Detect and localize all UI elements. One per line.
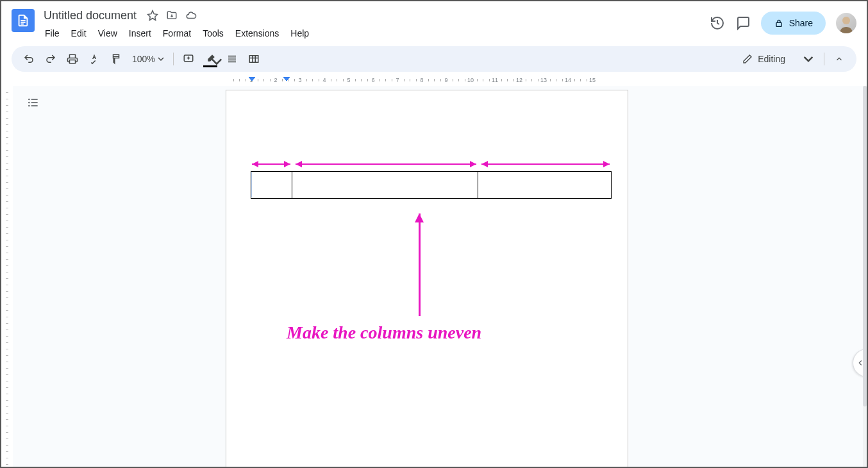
svg-rect-3 bbox=[249, 56, 258, 63]
header: Untitled document File Edit View Insert … bbox=[1, 1, 867, 41]
annotation-arrow-2 bbox=[296, 163, 476, 165]
history-icon[interactable] bbox=[710, 15, 725, 31]
document-title[interactable]: Untitled document bbox=[40, 8, 140, 24]
annotation-arrow-vertical bbox=[419, 213, 421, 316]
menu-extensions[interactable]: Extensions bbox=[230, 26, 284, 41]
svg-rect-7 bbox=[31, 102, 38, 103]
zoom-value: 100% bbox=[132, 54, 155, 64]
editing-mode-dropdown[interactable]: Editing bbox=[737, 54, 819, 64]
menu-view[interactable]: View bbox=[93, 26, 122, 41]
svg-rect-5 bbox=[31, 99, 38, 100]
title-area: Untitled document File Edit View Insert … bbox=[40, 6, 705, 41]
header-right: Share bbox=[710, 6, 856, 35]
document-table[interactable] bbox=[251, 171, 612, 199]
share-label: Share bbox=[789, 18, 813, 28]
table-row[interactable] bbox=[251, 172, 612, 199]
svg-rect-0 bbox=[776, 22, 781, 26]
workspace: Make the columns uneven bbox=[1, 86, 867, 467]
document-page[interactable]: Make the columns uneven bbox=[226, 90, 628, 467]
vertical-scrollbar[interactable] bbox=[863, 86, 867, 467]
svg-point-8 bbox=[28, 105, 30, 107]
highlight-color-button[interactable] bbox=[201, 49, 220, 69]
menubar: File Edit View Insert Format Tools Exten… bbox=[40, 26, 705, 41]
menu-help[interactable]: Help bbox=[285, 26, 314, 41]
print-button[interactable] bbox=[63, 49, 82, 69]
pencil-icon bbox=[742, 54, 753, 64]
toolbar-separator bbox=[824, 53, 824, 65]
annotation-text: Make the columns uneven bbox=[287, 322, 481, 343]
star-icon[interactable] bbox=[147, 10, 158, 21]
outline-toggle-button[interactable] bbox=[24, 94, 42, 112]
scrollbar-thumb[interactable] bbox=[863, 86, 867, 406]
spellcheck-button[interactable] bbox=[85, 49, 104, 69]
menu-edit[interactable]: Edit bbox=[66, 26, 92, 41]
menu-tools[interactable]: Tools bbox=[197, 26, 229, 41]
toolbar-separator bbox=[173, 53, 174, 65]
insert-comment-button[interactable] bbox=[179, 49, 198, 69]
redo-button[interactable] bbox=[41, 49, 60, 69]
table-options-button[interactable] bbox=[244, 49, 263, 69]
comment-icon[interactable] bbox=[735, 15, 751, 31]
table-cell[interactable] bbox=[251, 172, 292, 199]
editing-label: Editing bbox=[758, 54, 785, 64]
svg-point-4 bbox=[28, 99, 30, 101]
collapse-toolbar-button[interactable] bbox=[830, 49, 849, 69]
undo-button[interactable] bbox=[19, 49, 38, 69]
table-cell[interactable] bbox=[478, 172, 612, 199]
toolbar: 100% Editing bbox=[12, 46, 856, 72]
chevron-down-icon bbox=[211, 56, 222, 67]
chevron-down-icon bbox=[803, 54, 814, 64]
docs-logo-icon[interactable] bbox=[12, 9, 35, 32]
align-button[interactable] bbox=[222, 49, 242, 69]
menu-format[interactable]: Format bbox=[158, 26, 196, 41]
vertical-ruler[interactable] bbox=[1, 86, 13, 467]
table-cell[interactable] bbox=[292, 172, 478, 199]
toolbar-right: Editing bbox=[737, 49, 849, 69]
paint-format-button[interactable] bbox=[106, 49, 126, 69]
zoom-dropdown[interactable]: 100% bbox=[128, 54, 168, 64]
title-row: Untitled document bbox=[40, 6, 705, 24]
share-button[interactable]: Share bbox=[761, 12, 826, 35]
avatar[interactable] bbox=[836, 13, 856, 33]
svg-point-6 bbox=[28, 102, 30, 104]
svg-point-1 bbox=[842, 17, 850, 24]
cloud-status-icon[interactable] bbox=[185, 10, 197, 21]
horizontal-ruler[interactable]: 123456789101112131415 bbox=[1, 76, 867, 86]
menu-insert[interactable]: Insert bbox=[124, 26, 156, 41]
svg-rect-9 bbox=[31, 105, 38, 106]
move-folder-icon[interactable] bbox=[166, 10, 178, 21]
title-icons bbox=[147, 10, 197, 21]
menu-file[interactable]: File bbox=[40, 26, 65, 41]
chevron-down-icon bbox=[158, 56, 164, 62]
lock-icon bbox=[774, 18, 784, 28]
annotation-arrow-3 bbox=[481, 163, 610, 165]
annotation-arrow-1 bbox=[252, 163, 290, 165]
